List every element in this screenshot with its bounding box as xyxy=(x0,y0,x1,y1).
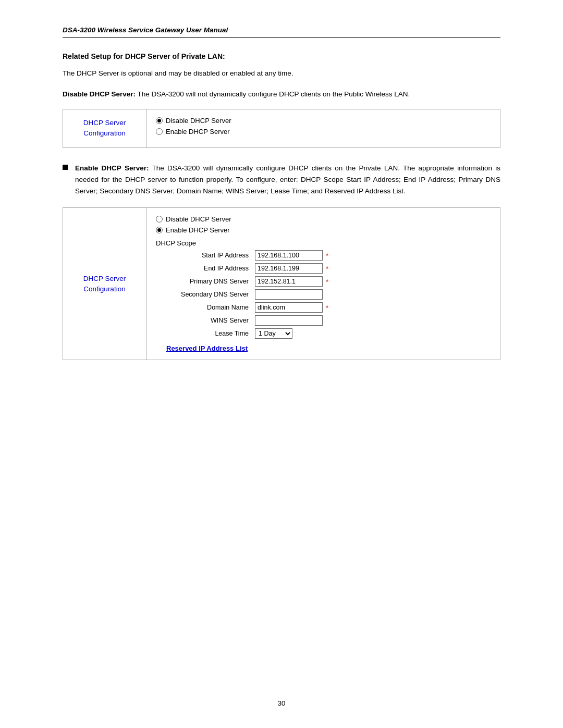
page: DSA-3200 Wireless Service Gateway User M… xyxy=(0,0,563,728)
primary-dns-required: * xyxy=(326,278,328,286)
dhcp-scope-label: DHCP Scope xyxy=(156,239,491,247)
header-bar: DSA-3200 Wireless Service Gateway User M… xyxy=(63,26,500,38)
form-row-secondary-dns: Secondary DNS Server xyxy=(156,289,491,300)
disable-dhcp-rest: The DSA-3200 will not dynamically config… xyxy=(136,90,410,98)
disable-radio-label-2: Enable DHCP Server xyxy=(166,128,230,135)
enable-dhcp-content-cell: Disable DHCP Server Enable DHCP Server D… xyxy=(146,208,500,360)
disable-radio-label-1: Disable DHCP Server xyxy=(166,117,231,125)
wins-server-input[interactable] xyxy=(255,315,323,326)
start-ip-input[interactable] xyxy=(255,250,323,261)
reserved-ip-link[interactable]: Reserved IP Address List xyxy=(166,344,248,352)
form-row-start-ip: Start IP Address * xyxy=(156,250,491,261)
section-heading: Related Setup for DHCP Server of Private… xyxy=(63,52,500,60)
end-ip-input[interactable] xyxy=(255,263,323,274)
bullet-square-icon xyxy=(63,165,68,170)
start-ip-required: * xyxy=(326,252,328,260)
lease-time-label: Lease Time xyxy=(166,330,255,337)
enable-radio-1[interactable] xyxy=(156,216,163,223)
enable-radio-row-1[interactable]: Disable DHCP Server xyxy=(156,215,491,223)
wins-server-label: WINS Server xyxy=(166,317,255,324)
end-ip-required: * xyxy=(326,265,328,273)
form-row-lease-time: Lease Time 1 Day 2 Days 3 Days 1 Week 1 … xyxy=(156,328,491,339)
enable-radio-label-2: Enable DHCP Server xyxy=(166,226,230,234)
disable-dhcp-paragraph: Disable DHCP Server: The DSA-3200 will n… xyxy=(63,89,500,100)
disable-radio-2[interactable] xyxy=(156,128,163,135)
dhcp-form: DHCP Scope Start IP Address * End IP Add… xyxy=(156,239,491,352)
primary-dns-label: Primary DNS Server xyxy=(166,278,255,285)
enable-dhcp-bullet-text: Enable DHCP Server: The DSA-3200 will dy… xyxy=(75,163,500,198)
disable-radio-row-1[interactable]: Disable DHCP Server xyxy=(156,117,491,125)
enable-dhcp-config-link[interactable]: DHCP Server Configuration xyxy=(83,275,126,293)
enable-radio-group: Disable DHCP Server Enable DHCP Server xyxy=(156,215,491,234)
disable-dhcp-table: DHCP Server Configuration Disable DHCP S… xyxy=(63,109,500,148)
secondary-dns-input-group xyxy=(255,289,323,300)
enable-dhcp-table: DHCP Server Configuration Disable DHCP S… xyxy=(63,207,500,360)
secondary-dns-input[interactable] xyxy=(255,289,323,300)
disable-radio-row-2[interactable]: Enable DHCP Server xyxy=(156,128,491,135)
form-row-primary-dns: Primary DNS Server * xyxy=(156,276,491,287)
domain-name-input[interactable] xyxy=(255,302,323,313)
wins-server-input-group xyxy=(255,315,323,326)
enable-dhcp-bold: Enable DHCP Server: xyxy=(75,164,149,172)
form-row-wins-server: WINS Server xyxy=(156,315,491,326)
page-number: 30 xyxy=(278,699,285,707)
secondary-dns-label: Secondary DNS Server xyxy=(166,291,255,298)
enable-radio-row-2[interactable]: Enable DHCP Server xyxy=(156,226,491,234)
disable-radio-group: Disable DHCP Server Enable DHCP Server xyxy=(156,117,491,135)
form-row-end-ip: End IP Address * xyxy=(156,263,491,274)
document-title: DSA-3200 Wireless Service Gateway User M… xyxy=(63,26,228,34)
end-ip-input-group: * xyxy=(255,263,328,274)
domain-name-required: * xyxy=(326,304,328,312)
disable-radio-1[interactable] xyxy=(156,117,163,124)
lease-time-input-group: 1 Day 2 Days 3 Days 1 Week 1 Month xyxy=(255,328,292,339)
lease-time-select[interactable]: 1 Day 2 Days 3 Days 1 Week 1 Month xyxy=(255,328,292,339)
intro-text: The DHCP Server is optional and may be d… xyxy=(63,68,500,79)
form-row-domain-name: Domain Name * xyxy=(156,302,491,313)
primary-dns-input[interactable] xyxy=(255,276,323,287)
disable-dhcp-content-cell: Disable DHCP Server Enable DHCP Server xyxy=(146,109,500,148)
enable-config-label-cell: DHCP Server Configuration xyxy=(63,208,146,360)
disable-config-label-cell: DHCP Server Configuration xyxy=(63,109,146,148)
start-ip-label: Start IP Address xyxy=(166,252,255,259)
enable-radio-2[interactable] xyxy=(156,227,163,233)
enable-radio-label-1: Disable DHCP Server xyxy=(166,215,231,223)
enable-dhcp-bullet-section: Enable DHCP Server: The DSA-3200 will dy… xyxy=(63,163,500,198)
end-ip-label: End IP Address xyxy=(166,265,255,272)
domain-name-input-group: * xyxy=(255,302,328,313)
primary-dns-input-group: * xyxy=(255,276,328,287)
start-ip-input-group: * xyxy=(255,250,328,261)
domain-name-label: Domain Name xyxy=(166,304,255,311)
disable-dhcp-bold: Disable DHCP Server: xyxy=(63,90,136,98)
disable-dhcp-config-link[interactable]: DHCP Server Configuration xyxy=(83,119,126,137)
